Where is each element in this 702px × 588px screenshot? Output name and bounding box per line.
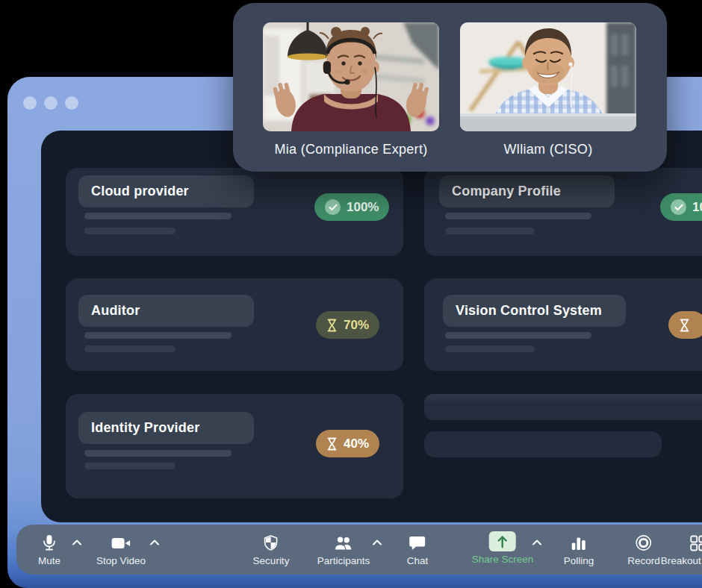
participants-icon [334, 533, 353, 553]
participants-button[interactable]: Participants [317, 525, 370, 575]
share-screen-button[interactable]: Share Screen [472, 525, 534, 575]
card-title-chip: Vision Control System [443, 295, 626, 327]
toolbar-label: Mute [38, 555, 60, 566]
card-title-chip: Company Profile [439, 175, 615, 207]
card-auditor[interactable]: Auditor 70% [66, 278, 403, 371]
skeleton-line [84, 450, 232, 457]
card-title-chip: Identity Provider [78, 412, 254, 444]
card-title: Cloud provider [91, 184, 189, 199]
security-button[interactable]: Security [253, 525, 290, 575]
chevron-up-icon[interactable] [532, 539, 542, 545]
toolbar-label: Chat [407, 555, 429, 566]
card-company-profile[interactable]: Company Profile 100% [424, 168, 702, 256]
traffic-light-dot[interactable] [23, 96, 37, 110]
progress-badge: 100% [314, 193, 389, 221]
progress-value: 70% [344, 318, 369, 333]
card-title: Auditor [91, 303, 140, 319]
skeleton-row [424, 394, 702, 420]
screenshot-root: Cloud provider 100% Company Profile 100%… [0, 0, 702, 588]
breakout-rooms-button[interactable]: Breakout Rooms [661, 525, 702, 575]
skeleton-line [84, 463, 176, 469]
mia-video-illustration [263, 22, 439, 131]
share-screen-icon [489, 531, 516, 551]
microphone-icon [41, 533, 58, 553]
chevron-up-icon[interactable] [150, 539, 160, 545]
card-title: Identity Provider [91, 420, 199, 436]
skeleton-line [445, 228, 535, 234]
participant-name: Mia (Compliance Expert) [263, 142, 439, 157]
toolbar-label: Breakout Rooms [661, 555, 702, 566]
skeleton-line [445, 332, 591, 339]
chat-bubble-icon [409, 533, 426, 553]
camera-icon [111, 533, 131, 553]
traffic-light-dot[interactable] [44, 96, 58, 110]
card-cloud-provider[interactable]: Cloud provider 100% [66, 168, 403, 256]
toolbar-label: Security [253, 555, 290, 566]
chevron-up-icon[interactable] [72, 539, 82, 545]
video-tile-mia[interactable] [263, 22, 439, 131]
progress-badge [668, 311, 702, 339]
toolbar-label: Share Screen [472, 554, 534, 565]
breakout-grid-icon [690, 533, 702, 553]
card-vision-control-system[interactable]: Vision Control System [424, 278, 702, 371]
skeleton-row [424, 431, 662, 457]
card-identity-provider[interactable]: Identity Provider 40% [66, 394, 403, 498]
chat-button[interactable]: Chat [407, 525, 429, 575]
toolbar-label: Record [627, 555, 660, 566]
traffic-light-dot[interactable] [65, 96, 78, 110]
card-title: Vision Control System [456, 303, 602, 319]
participant-name: Wlliam (CISO) [460, 142, 636, 157]
skeleton-line [84, 345, 176, 352]
card-title-chip: Auditor [78, 295, 254, 327]
hourglass-icon [326, 319, 338, 332]
skeleton-line [84, 213, 232, 219]
mute-button[interactable]: Mute [38, 525, 60, 575]
progress-value: 100% [692, 200, 702, 215]
shield-icon [264, 533, 279, 553]
progress-badge: 100% [660, 193, 702, 221]
check-circle-icon [671, 199, 686, 215]
chevron-up-icon[interactable] [373, 539, 382, 545]
progress-badge: 40% [316, 430, 379, 457]
skeleton-line [445, 213, 591, 219]
skeleton-line [445, 345, 535, 352]
video-tile-william[interactable] [460, 22, 636, 131]
polling-button[interactable]: Polling [564, 525, 594, 575]
progress-value: 100% [347, 200, 379, 215]
record-icon [636, 533, 653, 553]
meeting-toolbar: Mute Stop Video Security Participants [16, 525, 702, 575]
record-button[interactable]: Record [627, 525, 660, 575]
progress-badge: 70% [316, 311, 379, 339]
video-call-panel: Mia (Compliance Expert) Wlliam (CISO) [233, 3, 667, 172]
bar-chart-icon [571, 533, 586, 553]
hourglass-icon [326, 437, 338, 451]
toolbar-label: Stop Video [96, 555, 146, 566]
check-circle-icon [325, 199, 341, 215]
stop-video-button[interactable]: Stop Video [96, 525, 146, 575]
william-video-illustration [460, 22, 636, 131]
hourglass-icon [679, 319, 690, 332]
toolbar-label: Participants [317, 555, 370, 566]
toolbar-label: Polling [564, 555, 594, 566]
skeleton-line [84, 332, 232, 339]
progress-value: 40% [344, 437, 369, 451]
card-title: Company Profile [452, 184, 561, 199]
card-title-chip: Cloud provider [78, 175, 254, 207]
skeleton-line [84, 228, 176, 234]
